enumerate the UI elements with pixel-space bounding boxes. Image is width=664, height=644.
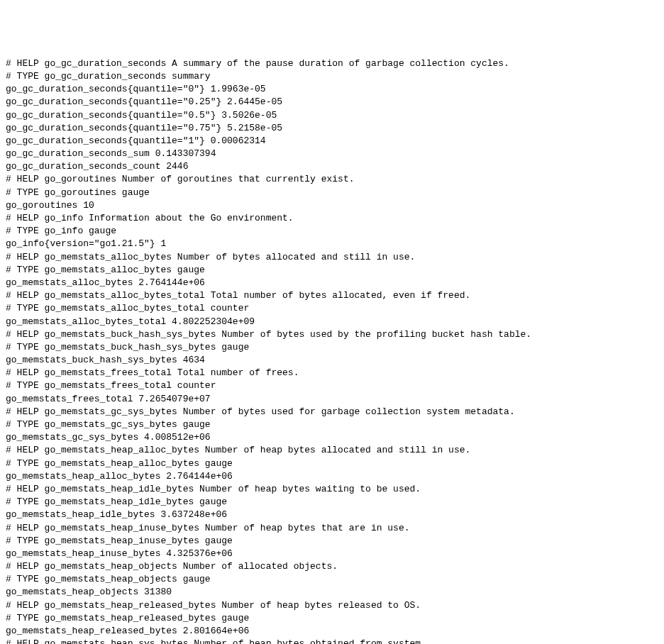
metrics-line: go_memstats_heap_idle_bytes 3.637248e+06 (6, 509, 658, 521)
metrics-line: # TYPE go_memstats_heap_released_bytes g… (6, 612, 658, 625)
metrics-line: # HELP go_memstats_heap_released_bytes N… (6, 599, 658, 612)
metrics-line: # HELP go_memstats_frees_total Total num… (6, 367, 658, 379)
metrics-line: go_memstats_heap_alloc_bytes 2.764144e+0… (6, 470, 658, 483)
metrics-line: go_memstats_frees_total 7.2654079e+07 (6, 393, 658, 406)
metrics-line: # HELP go_memstats_heap_idle_bytes Numbe… (6, 483, 658, 496)
metrics-line: # TYPE go_goroutines gauge (6, 187, 658, 199)
metrics-line: go_memstats_alloc_bytes 2.764144e+06 (6, 277, 658, 289)
metrics-line: # TYPE go_gc_duration_seconds summary (6, 70, 658, 83)
metrics-line: go_gc_duration_seconds{quantile="1"} 0.0… (6, 135, 658, 148)
metrics-line: # TYPE go_memstats_gc_sys_bytes gauge (6, 418, 658, 431)
metrics-line: go_memstats_heap_released_bytes 2.801664… (6, 625, 658, 638)
metrics-line: go_gc_duration_seconds_sum 0.143307394 (6, 148, 658, 160)
metrics-line: go_memstats_gc_sys_bytes 4.008512e+06 (6, 431, 658, 444)
metrics-line: # TYPE go_memstats_alloc_bytes gauge (6, 264, 658, 277)
metrics-line: # TYPE go_info gauge (6, 225, 658, 238)
metrics-line: go_memstats_heap_objects 31380 (6, 586, 658, 599)
metrics-line: go_memstats_alloc_bytes_total 4.80225230… (6, 316, 658, 328)
metrics-line: # HELP go_memstats_heap_objects Number o… (6, 560, 658, 573)
metrics-line: # TYPE go_memstats_heap_objects gauge (6, 573, 658, 586)
metrics-line: go_gc_duration_seconds{quantile="0.5"} 3… (6, 109, 658, 122)
metrics-line: # TYPE go_memstats_alloc_bytes_total cou… (6, 302, 658, 315)
metrics-line: go_gc_duration_seconds{quantile="0.75"} … (6, 122, 658, 135)
metrics-line: # HELP go_info Information about the Go … (6, 212, 658, 225)
metrics-line: # HELP go_memstats_gc_sys_bytes Number o… (6, 406, 658, 418)
metrics-line: # TYPE go_memstats_heap_inuse_bytes gaug… (6, 535, 658, 548)
metrics-line: # TYPE go_memstats_buck_hash_sys_bytes g… (6, 341, 658, 354)
metrics-line: go_goroutines 10 (6, 199, 658, 212)
metrics-line: go_info{version="go1.21.5"} 1 (6, 238, 658, 250)
metrics-line: go_memstats_buck_hash_sys_bytes 4634 (6, 354, 658, 367)
metrics-line: # HELP go_memstats_heap_inuse_bytes Numb… (6, 522, 658, 535)
metrics-line: # HELP go_memstats_heap_sys_bytes Number… (6, 638, 658, 644)
metrics-line: # HELP go_gc_duration_seconds A summary … (6, 57, 658, 70)
metrics-text-output: # HELP go_gc_duration_seconds A summary … (6, 57, 658, 644)
metrics-line: # HELP go_goroutines Number of goroutine… (6, 173, 658, 186)
metrics-line: # HELP go_memstats_buck_hash_sys_bytes N… (6, 328, 658, 341)
metrics-line: # TYPE go_memstats_heap_idle_bytes gauge (6, 496, 658, 509)
metrics-line: # TYPE go_memstats_heap_alloc_bytes gaug… (6, 457, 658, 470)
metrics-line: go_gc_duration_seconds{quantile="0"} 1.9… (6, 83, 658, 96)
metrics-line: # HELP go_memstats_alloc_bytes_total Tot… (6, 289, 658, 302)
metrics-line: # HELP go_memstats_heap_alloc_bytes Numb… (6, 444, 658, 457)
metrics-line: # HELP go_memstats_alloc_bytes Number of… (6, 251, 658, 264)
metrics-line: # TYPE go_memstats_frees_total counter (6, 379, 658, 392)
metrics-line: go_memstats_heap_inuse_bytes 4.325376e+0… (6, 548, 658, 560)
metrics-line: go_gc_duration_seconds{quantile="0.25"} … (6, 96, 658, 109)
metrics-line: go_gc_duration_seconds_count 2446 (6, 160, 658, 173)
